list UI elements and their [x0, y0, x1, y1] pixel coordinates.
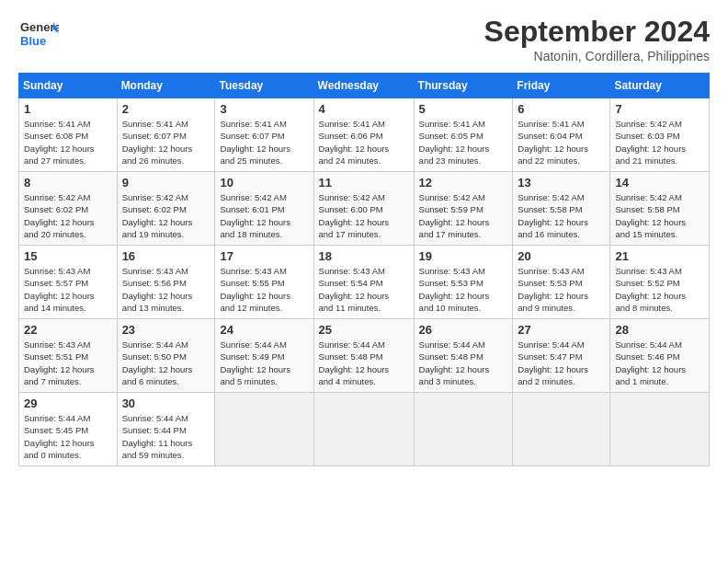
day-number: 3: [220, 102, 308, 116]
day-number: 6: [518, 102, 605, 116]
day-number: 13: [518, 176, 605, 190]
day-cell-13: 13 Sunrise: 5:42 AM Sunset: 5:58 PM Dayl…: [513, 172, 610, 246]
day-header-tuesday: Tuesday: [215, 74, 313, 98]
empty-cell: [414, 393, 513, 466]
day-cell-11: 11 Sunrise: 5:42 AM Sunset: 6:00 PM Dayl…: [313, 172, 414, 246]
day-cell-24: 24 Sunrise: 5:44 AM Sunset: 5:49 PM Dayl…: [215, 319, 313, 393]
day-number: 29: [24, 396, 112, 410]
day-number: 14: [615, 176, 704, 190]
day-info: Sunrise: 5:41 AM Sunset: 6:04 PM Dayligh…: [518, 118, 605, 167]
day-number: 15: [24, 249, 112, 263]
day-info: Sunrise: 5:43 AM Sunset: 5:52 PM Dayligh…: [615, 265, 704, 314]
day-cell-10: 10 Sunrise: 5:42 AM Sunset: 6:01 PM Dayl…: [215, 172, 313, 246]
day-info: Sunrise: 5:42 AM Sunset: 5:58 PM Dayligh…: [518, 191, 605, 240]
day-number: 17: [220, 249, 308, 263]
day-info: Sunrise: 5:42 AM Sunset: 6:01 PM Dayligh…: [220, 191, 308, 240]
day-cell-14: 14 Sunrise: 5:42 AM Sunset: 5:58 PM Dayl…: [610, 172, 710, 246]
day-number: 12: [419, 176, 508, 190]
day-info: Sunrise: 5:44 AM Sunset: 5:50 PM Dayligh…: [122, 339, 210, 387]
day-info: Sunrise: 5:44 AM Sunset: 5:49 PM Dayligh…: [220, 339, 308, 387]
week-row-3: 15 Sunrise: 5:43 AM Sunset: 5:57 PM Dayl…: [19, 246, 710, 319]
day-number: 27: [518, 323, 605, 337]
svg-text:General: General: [20, 20, 59, 34]
day-cell-27: 27 Sunrise: 5:44 AM Sunset: 5:47 PM Dayl…: [513, 319, 610, 393]
day-info: Sunrise: 5:42 AM Sunset: 5:59 PM Dayligh…: [419, 191, 508, 240]
day-cell-6: 6 Sunrise: 5:41 AM Sunset: 6:04 PM Dayli…: [513, 98, 610, 172]
day-number: 10: [220, 176, 308, 190]
day-number: 24: [220, 323, 308, 337]
day-number: 22: [24, 323, 112, 337]
logo: General Blue: [18, 15, 59, 55]
day-info: Sunrise: 5:44 AM Sunset: 5:48 PM Dayligh…: [319, 339, 409, 387]
day-number: 11: [319, 176, 409, 190]
day-cell-12: 12 Sunrise: 5:42 AM Sunset: 5:59 PM Dayl…: [414, 172, 513, 246]
day-number: 8: [24, 176, 112, 190]
day-number: 9: [122, 176, 210, 190]
header-row: SundayMondayTuesdayWednesdayThursdayFrid…: [19, 74, 710, 98]
day-info: Sunrise: 5:43 AM Sunset: 5:53 PM Dayligh…: [518, 265, 605, 314]
month-title: September 2024: [484, 15, 710, 49]
week-row-1: 1 Sunrise: 5:41 AM Sunset: 6:08 PM Dayli…: [19, 98, 710, 172]
title-block: September 2024 Natonin, Cordillera, Phil…: [484, 15, 710, 63]
calendar-page: General Blue September 2024 Natonin, Cor…: [0, 0, 728, 563]
week-row-4: 22 Sunrise: 5:43 AM Sunset: 5:51 PM Dayl…: [19, 319, 710, 393]
day-cell-30: 30 Sunrise: 5:44 AM Sunset: 5:44 PM Dayl…: [117, 393, 215, 466]
day-cell-29: 29 Sunrise: 5:44 AM Sunset: 5:45 PM Dayl…: [19, 393, 118, 466]
day-cell-23: 23 Sunrise: 5:44 AM Sunset: 5:50 PM Dayl…: [117, 319, 215, 393]
day-cell-7: 7 Sunrise: 5:42 AM Sunset: 6:03 PM Dayli…: [610, 98, 710, 172]
empty-cell: [513, 393, 610, 466]
day-info: Sunrise: 5:41 AM Sunset: 6:05 PM Dayligh…: [419, 118, 508, 167]
day-number: 30: [122, 396, 210, 410]
day-number: 28: [615, 323, 704, 337]
day-header-wednesday: Wednesday: [313, 74, 414, 98]
day-number: 20: [518, 249, 605, 263]
day-cell-3: 3 Sunrise: 5:41 AM Sunset: 6:07 PM Dayli…: [215, 98, 313, 172]
day-header-thursday: Thursday: [414, 74, 513, 98]
day-info: Sunrise: 5:44 AM Sunset: 5:45 PM Dayligh…: [24, 412, 112, 461]
day-cell-4: 4 Sunrise: 5:41 AM Sunset: 6:06 PM Dayli…: [313, 98, 414, 172]
day-cell-25: 25 Sunrise: 5:44 AM Sunset: 5:48 PM Dayl…: [313, 319, 414, 393]
day-number: 7: [615, 102, 704, 116]
location-subtitle: Natonin, Cordillera, Philippines: [484, 49, 710, 63]
empty-cell: [215, 393, 313, 466]
day-header-sunday: Sunday: [19, 74, 118, 98]
day-info: Sunrise: 5:42 AM Sunset: 6:02 PM Dayligh…: [122, 191, 210, 240]
day-info: Sunrise: 5:44 AM Sunset: 5:44 PM Dayligh…: [122, 412, 210, 461]
logo-svg: General Blue: [18, 15, 59, 55]
day-info: Sunrise: 5:42 AM Sunset: 6:03 PM Dayligh…: [615, 118, 704, 167]
empty-cell: [313, 393, 414, 466]
header: General Blue September 2024 Natonin, Cor…: [18, 15, 710, 63]
day-cell-18: 18 Sunrise: 5:43 AM Sunset: 5:54 PM Dayl…: [313, 246, 414, 319]
day-header-friday: Friday: [513, 74, 610, 98]
day-info: Sunrise: 5:43 AM Sunset: 5:55 PM Dayligh…: [220, 265, 308, 314]
day-info: Sunrise: 5:43 AM Sunset: 5:53 PM Dayligh…: [419, 265, 508, 314]
day-info: Sunrise: 5:44 AM Sunset: 5:46 PM Dayligh…: [615, 339, 704, 387]
day-cell-28: 28 Sunrise: 5:44 AM Sunset: 5:46 PM Dayl…: [610, 319, 710, 393]
day-cell-8: 8 Sunrise: 5:42 AM Sunset: 6:02 PM Dayli…: [19, 172, 118, 246]
day-number: 2: [122, 102, 210, 116]
calendar-table: SundayMondayTuesdayWednesdayThursdayFrid…: [18, 73, 710, 466]
day-cell-5: 5 Sunrise: 5:41 AM Sunset: 6:05 PM Dayli…: [414, 98, 513, 172]
day-info: Sunrise: 5:41 AM Sunset: 6:07 PM Dayligh…: [220, 118, 308, 167]
day-info: Sunrise: 5:43 AM Sunset: 5:57 PM Dayligh…: [24, 265, 112, 314]
day-cell-16: 16 Sunrise: 5:43 AM Sunset: 5:56 PM Dayl…: [117, 246, 215, 319]
day-cell-17: 17 Sunrise: 5:43 AM Sunset: 5:55 PM Dayl…: [215, 246, 313, 319]
day-cell-2: 2 Sunrise: 5:41 AM Sunset: 6:07 PM Dayli…: [117, 98, 215, 172]
day-number: 25: [319, 323, 409, 337]
day-number: 5: [419, 102, 508, 116]
day-cell-15: 15 Sunrise: 5:43 AM Sunset: 5:57 PM Dayl…: [19, 246, 118, 319]
day-info: Sunrise: 5:41 AM Sunset: 6:06 PM Dayligh…: [319, 118, 409, 167]
day-cell-22: 22 Sunrise: 5:43 AM Sunset: 5:51 PM Dayl…: [19, 319, 118, 393]
day-info: Sunrise: 5:43 AM Sunset: 5:51 PM Dayligh…: [24, 339, 112, 387]
day-info: Sunrise: 5:44 AM Sunset: 5:47 PM Dayligh…: [518, 339, 605, 387]
day-header-monday: Monday: [117, 74, 215, 98]
day-info: Sunrise: 5:43 AM Sunset: 5:56 PM Dayligh…: [122, 265, 210, 314]
week-row-2: 8 Sunrise: 5:42 AM Sunset: 6:02 PM Dayli…: [19, 172, 710, 246]
day-info: Sunrise: 5:43 AM Sunset: 5:54 PM Dayligh…: [319, 265, 409, 314]
week-row-5: 29 Sunrise: 5:44 AM Sunset: 5:45 PM Dayl…: [19, 393, 710, 466]
day-cell-1: 1 Sunrise: 5:41 AM Sunset: 6:08 PM Dayli…: [19, 98, 118, 172]
day-number: 26: [419, 323, 508, 337]
day-cell-19: 19 Sunrise: 5:43 AM Sunset: 5:53 PM Dayl…: [414, 246, 513, 319]
day-number: 23: [122, 323, 210, 337]
empty-cell: [610, 393, 710, 466]
